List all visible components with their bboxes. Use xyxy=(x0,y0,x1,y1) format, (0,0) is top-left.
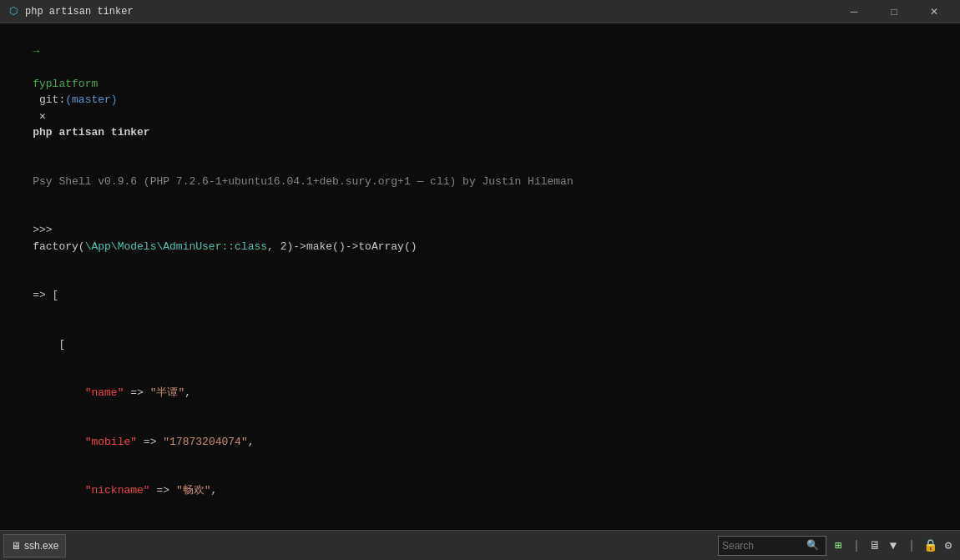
prompt-dir: fyplatform xyxy=(33,78,98,90)
item1-avatar: "avatar" => "https://lorempixel.com/640/… xyxy=(7,515,953,530)
minimize-button[interactable]: ─ xyxy=(835,0,873,23)
search-box[interactable]: 🔍 xyxy=(718,536,826,556)
prompt-command: php artisan tinker xyxy=(33,126,149,139)
maximize-button[interactable]: □ xyxy=(875,0,913,23)
prompt-gt: >>> xyxy=(33,224,58,236)
taskbar-divider2: | xyxy=(903,537,920,554)
title-bar-left: ⬡ php artisan tinker xyxy=(7,5,134,18)
app-icon: ⬡ xyxy=(7,5,20,18)
taskbar-app-icon: 🖥 xyxy=(11,540,21,552)
psysh-info-line: Psy Shell v0.9.6 (PHP 7.2.6-1+ubuntu16.0… xyxy=(7,157,953,206)
window-title: php artisan tinker xyxy=(25,6,134,18)
taskbar-settings-icon[interactable]: ⚙ xyxy=(940,537,957,554)
taskbar-divider: | xyxy=(848,537,865,554)
search-input[interactable] xyxy=(719,540,802,552)
item1-open-bracket: [ xyxy=(7,320,953,369)
taskbar-app-item[interactable]: 🖥 ssh.exe xyxy=(3,534,66,557)
taskbar-app-label: ssh.exe xyxy=(24,540,58,552)
item1-name: "name" => "半谭", xyxy=(7,369,953,418)
taskbar-monitor-icon[interactable]: 🖥 xyxy=(867,537,883,554)
taskbar: 🖥 ssh.exe 🔍 ⊞ | 🖥 ▼ | 🔒 ⚙ xyxy=(0,530,960,560)
window-controls: ─ □ ✕ xyxy=(835,0,953,23)
title-bar: ⬡ php artisan tinker ─ □ ✕ xyxy=(0,0,960,23)
result-arrow-line: => [ xyxy=(7,271,953,320)
prompt-line: → fyplatform git:(master) ✕ php artisan … xyxy=(7,27,953,157)
prompt-git-label: git: xyxy=(33,93,65,106)
prompt-x: ✕ xyxy=(33,110,52,123)
taskbar-right-area: 🔍 ⊞ | 🖥 ▼ | 🔒 ⚙ xyxy=(718,536,957,556)
taskbar-lock-icon[interactable]: 🔒 xyxy=(922,537,938,554)
item1-mobile: "mobile" => "17873204074", xyxy=(7,417,953,467)
taskbar-add-icon[interactable]: ⊞ xyxy=(830,537,846,554)
search-icon[interactable]: 🔍 xyxy=(802,536,822,556)
close-button[interactable]: ✕ xyxy=(915,0,953,23)
item1-nickname: "nickname" => "畅欢", xyxy=(7,467,953,516)
terminal-content[interactable]: → fyplatform git:(master) ✕ php artisan … xyxy=(0,23,960,530)
taskbar-icons: ⊞ | 🖥 ▼ | 🔒 ⚙ xyxy=(830,537,957,554)
factory-command-text: factory(\App\Models\AdminUser::class, 2)… xyxy=(33,240,417,253)
taskbar-dropdown-icon[interactable]: ▼ xyxy=(885,537,902,554)
prompt-arrow-icon: → xyxy=(33,45,39,58)
prompt-branch: (master) xyxy=(65,93,117,106)
factory-command-line: >>> factory(\App\Models\AdminUser::class… xyxy=(7,206,953,271)
